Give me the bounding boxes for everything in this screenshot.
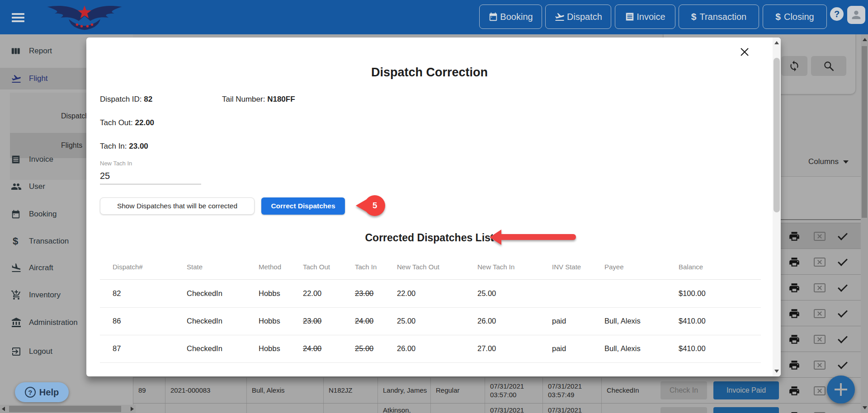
- cell: 22.00: [303, 289, 355, 298]
- corrected-table-header: Dispatch# State Method Tach Out Tach In …: [100, 254, 761, 280]
- company-logo: [36, 2, 133, 33]
- nav-invoice-button[interactable]: Invoice: [615, 5, 675, 29]
- modal-scrollbar-thumb[interactable]: [774, 58, 780, 212]
- cell: Bull, Alexis: [604, 344, 679, 353]
- question-glyph: ?: [28, 389, 32, 396]
- cell: CheckedIn: [187, 344, 259, 353]
- cell: $100.00: [679, 289, 761, 298]
- cell: $410.00: [679, 344, 761, 353]
- new-tach-in-label: New Tach In: [100, 160, 132, 167]
- cell: Hobbs: [259, 344, 303, 353]
- scroll-down-arrow-icon[interactable]: [774, 370, 779, 373]
- user-avatar[interactable]: [847, 6, 865, 24]
- correct-dispatches-button[interactable]: Correct Dispatches: [261, 197, 345, 215]
- corrected-row-86[interactable]: 86 CheckedIn Hobbs 23.00 24.00 25.00 26.…: [100, 307, 761, 335]
- col-state: State: [187, 263, 259, 271]
- cell: 87: [100, 344, 187, 353]
- show-dispatches-button[interactable]: Show Dispatches that will be corrected: [100, 197, 255, 215]
- top-navigation-bar: Booking Dispatch Invoice $ Transaction $…: [0, 0, 868, 34]
- tach-in-field: Tach In: 23.00: [100, 142, 148, 151]
- cell: 22.00: [397, 289, 477, 298]
- cell: Hobbs: [259, 317, 303, 325]
- col-payee: Payee: [604, 263, 679, 271]
- cell: 24.00: [303, 344, 355, 353]
- cell: 25.00: [397, 317, 477, 325]
- scroll-up-arrow-icon[interactable]: [774, 41, 779, 44]
- cell: 23.00: [303, 317, 355, 325]
- nav-closing-button[interactable]: $ Closing: [763, 5, 827, 29]
- cell: 24.00: [355, 317, 397, 325]
- annotation-badge-5: 5: [364, 195, 385, 216]
- cell: 27.00: [477, 344, 552, 353]
- cell: paid: [552, 317, 604, 325]
- dispatch-id-field: Dispatch ID: 82: [100, 95, 152, 104]
- cell: 23.00: [355, 289, 397, 298]
- question-glyph: ?: [834, 9, 840, 19]
- annotation-arrow: [501, 234, 576, 240]
- corrected-row-82[interactable]: 82 CheckedIn Hobbs 22.00 23.00 22.00 25.…: [100, 280, 761, 308]
- cell: 25.00: [477, 289, 552, 298]
- col-new-tach-out: New Tach Out: [397, 263, 477, 271]
- calendar-icon: [488, 12, 498, 22]
- cell: CheckedIn: [187, 289, 259, 298]
- help-label: Help: [39, 387, 59, 398]
- tach-in-label: Tach In:: [100, 142, 127, 150]
- col-new-tach-in: New Tach In: [477, 263, 552, 271]
- question-circle-icon: ?: [25, 387, 36, 398]
- nav-booking-button[interactable]: Booking: [479, 5, 542, 29]
- cell: paid: [552, 344, 604, 353]
- close-icon[interactable]: [737, 45, 752, 59]
- person-icon: [850, 9, 863, 21]
- col-method: Method: [259, 263, 303, 271]
- dispatch-id-label: Dispatch ID:: [100, 95, 142, 103]
- cell: 26.00: [477, 317, 552, 325]
- cell: 86: [100, 317, 187, 325]
- modal-scrollbar[interactable]: [773, 38, 781, 376]
- plane-takeoff-icon: [554, 11, 565, 22]
- tail-number-label: Tail Number:: [222, 95, 265, 103]
- col-tach-in: Tach In: [355, 263, 397, 271]
- nav-dispatch-button[interactable]: Dispatch: [545, 5, 611, 29]
- nav-closing-label: Closing: [784, 12, 814, 22]
- nav-booking-label: Booking: [500, 12, 533, 22]
- col-tach-out: Tach Out: [303, 263, 355, 271]
- col-inv-state: INV State: [552, 263, 604, 271]
- nav-dispatch-label: Dispatch: [567, 12, 602, 22]
- corrected-row-87[interactable]: 87 CheckedIn Hobbs 24.00 25.00 26.00 27.…: [100, 335, 761, 363]
- modal-title: Dispatch Correction: [86, 66, 773, 80]
- cell: 25.00: [355, 344, 397, 353]
- tach-in-value: 23.00: [129, 142, 148, 150]
- help-question-icon[interactable]: ?: [830, 7, 844, 21]
- eagle-logo-icon: [36, 2, 133, 32]
- help-button[interactable]: ? Help: [15, 382, 69, 402]
- dollar-icon: $: [691, 11, 697, 22]
- badge-number: 5: [373, 201, 377, 211]
- tach-out-field: Tach Out: 22.00: [100, 118, 154, 127]
- app-root: Booking Dispatch Invoice $ Transaction $…: [0, 0, 868, 413]
- col-dispatch: Dispatch#: [100, 263, 187, 271]
- cell: Hobbs: [259, 289, 303, 298]
- dispatch-id-value: 82: [144, 95, 152, 103]
- cell: Bull, Alexis: [604, 317, 679, 325]
- receipt-icon: [625, 12, 635, 22]
- cell: 26.00: [397, 344, 477, 353]
- tail-number-field: Tail Number: N180FF: [222, 95, 295, 104]
- tach-out-label: Tach Out:: [100, 118, 133, 127]
- tach-out-value: 22.00: [135, 118, 155, 127]
- dollar-icon: $: [775, 11, 781, 22]
- hamburger-menu-icon[interactable]: [12, 13, 24, 22]
- cell: 82: [100, 289, 187, 298]
- nav-invoice-label: Invoice: [637, 12, 665, 22]
- dispatch-correction-modal: Dispatch Correction Dispatch ID: 82 Tail…: [86, 38, 781, 376]
- cell: CheckedIn: [187, 317, 259, 325]
- input-underline: [100, 184, 201, 184]
- new-tach-in-input[interactable]: 25: [100, 171, 110, 181]
- cell: $410.00: [679, 317, 761, 325]
- corrected-dispatches-list-title: Corrected Dispatches List: [86, 232, 773, 244]
- nav-transaction-label: Transaction: [699, 12, 746, 22]
- tail-number-value: N180FF: [267, 95, 295, 103]
- col-balance: Balance: [679, 263, 761, 271]
- nav-transaction-button[interactable]: $ Transaction: [679, 5, 759, 29]
